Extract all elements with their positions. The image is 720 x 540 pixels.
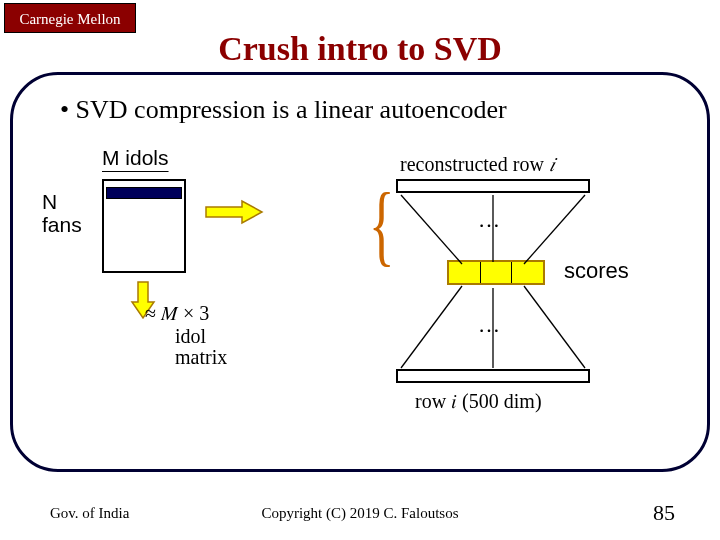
svg-marker-0: [206, 201, 262, 223]
slide-title: Crush intro to SVD: [0, 30, 720, 68]
svg-line-7: [524, 286, 585, 368]
svg-line-2: [401, 195, 462, 264]
reconstructed-label: reconstructed row 𝑖: [400, 153, 555, 176]
arrow-right-icon: [204, 199, 264, 225]
svg-line-4: [524, 195, 585, 264]
autoencoder-lines: [396, 190, 590, 370]
row-i-label: row 𝑖 (500 dim): [415, 390, 542, 413]
idol-matrix-label: idol matrix: [175, 326, 227, 368]
approx-formula: ≈ 𝑀 × 3: [145, 302, 209, 325]
logo-banner: Carnegie Mellon: [4, 3, 136, 33]
slide-number: 85: [653, 500, 675, 526]
label-m-idols: M idols: [102, 146, 169, 170]
label-n-fans: N fans: [42, 190, 82, 236]
highlighted-row: [106, 187, 182, 199]
row-i-box: [396, 369, 590, 383]
svg-line-5: [401, 286, 462, 368]
brace-icon: {: [369, 180, 395, 270]
footer-copyright: Copyright (C) 2019 C. Faloutsos: [0, 505, 720, 522]
bullet-text: • SVD compression is a linear autoencode…: [60, 95, 507, 125]
